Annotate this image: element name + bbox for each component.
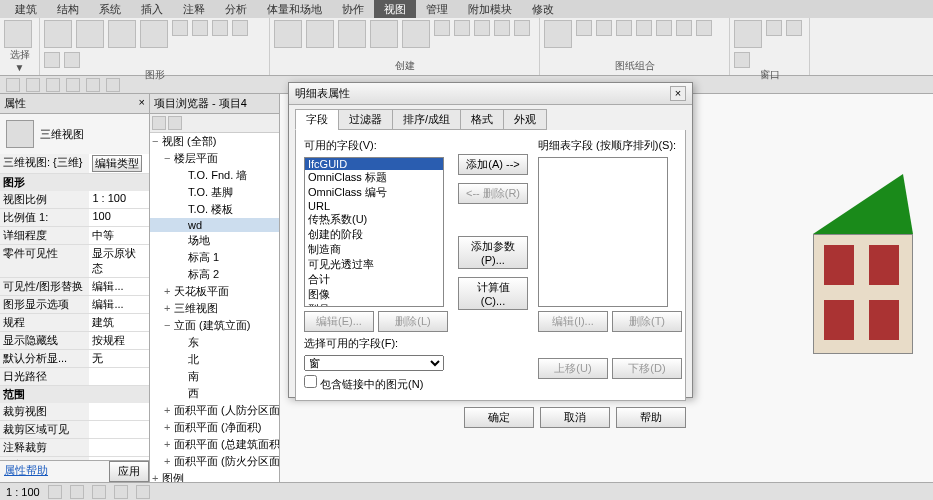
ribbon-tab[interactable]: 管理 [416,0,458,18]
edit2-button[interactable]: 编辑(I)... [538,311,608,332]
ok-button[interactable]: 确定 [464,407,534,428]
view-templates-icon[interactable] [44,20,72,48]
visual-style-icon[interactable] [70,485,84,499]
scheduled-fields-list[interactable] [538,157,668,307]
3dview-icon[interactable] [274,20,302,48]
list-item[interactable]: 型号 [305,302,443,307]
view-ref-icon[interactable] [676,20,692,36]
tree-item[interactable]: 标高 1 [150,249,279,266]
edit-type-button[interactable]: 编辑类型 [92,155,142,172]
property-row[interactable]: 日光路径 [0,368,149,386]
tree-item[interactable]: T.O. Fnd. 墙 [150,167,279,184]
ribbon-tab[interactable]: 建筑 [5,0,47,18]
list-item[interactable]: OmniClass 标题 [305,170,443,185]
dialog-close-button[interactable]: × [670,86,686,101]
elevation-icon[interactable] [402,20,430,48]
property-row[interactable]: 规程建筑 [0,314,149,332]
sheet-icon[interactable] [544,20,572,48]
available-fields-list[interactable]: IfcGUIDOmniClass 标题OmniClass 编号URL传热系数(U… [304,157,444,307]
tree-item[interactable]: T.O. 楼板 [150,201,279,218]
tree-item[interactable]: 标高 2 [150,266,279,283]
list-item[interactable]: IfcGUID [305,158,443,170]
property-row[interactable]: 默认分析显...无 [0,350,149,368]
property-row[interactable]: 视图比例1 : 100 [0,191,149,209]
scale-display[interactable]: 1 : 100 [6,486,40,498]
title-block-icon[interactable] [596,20,612,36]
type-selector[interactable]: 三维视图: {三维} [0,154,89,173]
cut-profile-icon[interactable] [212,20,228,36]
tree-item[interactable]: wd [150,218,279,232]
delete-field-button[interactable]: 删除(L) [378,311,448,332]
matchline-icon[interactable] [656,20,672,36]
properties-grid[interactable]: 图形视图比例1 : 100比例值 1:100详细程度中等零件可见性显示原状态可见… [0,174,149,460]
list-item[interactable]: 图像 [305,287,443,302]
show-hidden-icon[interactable] [172,20,188,36]
qa-icon[interactable] [66,78,80,92]
list-item[interactable]: 创建的阶段 [305,227,443,242]
qa-icon[interactable] [86,78,100,92]
shadows-icon[interactable] [114,485,128,499]
tree-item[interactable]: +三维视图 [150,300,279,317]
group-select[interactable]: 选择 ▼ [4,48,35,73]
browser-tool-icon[interactable] [168,116,182,130]
ribbon-tab[interactable]: 注释 [173,0,215,18]
tree-item[interactable]: +面积平面 (总建筑面积) [150,436,279,453]
qa-icon[interactable] [6,78,20,92]
property-row[interactable]: 详细程度中等 [0,227,149,245]
tree-item[interactable]: 北 [150,351,279,368]
ribbon-tab[interactable]: 协作 [332,0,374,18]
property-row[interactable]: 可见性/图形替换编辑... [0,278,149,296]
tree-item[interactable]: −视图 (全部) [150,133,279,150]
filters-icon[interactable] [108,20,136,48]
tree-item[interactable]: +天花板平面 [150,283,279,300]
callout-icon[interactable] [338,20,366,48]
guide-grid-icon[interactable] [636,20,652,36]
thin-lines-icon[interactable] [140,20,168,48]
ribbon-tab[interactable]: 体量和场地 [257,0,332,18]
list-item[interactable]: 制造商 [305,242,443,257]
crop-icon[interactable] [136,485,150,499]
calc-value-button[interactable]: 计算值(C)... [458,277,528,310]
ribbon-tab[interactable]: 分析 [215,0,257,18]
scope-box-icon[interactable] [514,20,530,36]
tree-item[interactable]: −楼层平面 [150,150,279,167]
visibility-icon[interactable] [76,20,104,48]
tree-item[interactable]: +面积平面 (防火分区面积) [150,453,279,470]
list-item[interactable]: 传热系数(U) [305,212,443,227]
property-row[interactable]: 比例值 1:100 [0,209,149,227]
tree-item[interactable]: T.O. 基脚 [150,184,279,201]
tree-item[interactable]: +图例 [150,470,279,482]
dialog-tab[interactable]: 排序/成组 [392,109,461,130]
ribbon-tab[interactable]: 系统 [89,0,131,18]
tree-item[interactable]: 东 [150,334,279,351]
moveup-button[interactable]: 上移(U) [538,358,608,379]
viewport-icon[interactable] [696,20,712,36]
delete2-button[interactable]: 删除(T) [612,311,682,332]
property-row[interactable]: 图形显示选项编辑... [0,296,149,314]
property-row[interactable]: 裁剪区域可见 [0,421,149,439]
revisions-icon[interactable] [616,20,632,36]
props-help-link[interactable]: 属性帮助 [0,461,52,482]
dialog-tab[interactable]: 外观 [503,109,547,130]
section-icon[interactable] [306,20,334,48]
property-row[interactable]: 注释裁剪 [0,439,149,457]
view-icon[interactable] [576,20,592,36]
modify-icon[interactable] [4,20,32,48]
browser-tool-icon[interactable] [152,116,166,130]
list-item[interactable]: URL [305,200,443,212]
close-hidden-icon[interactable] [766,20,782,36]
help-button[interactable]: 帮助 [616,407,686,428]
qa-icon[interactable] [46,78,60,92]
property-row[interactable]: 显示隐藏线按规程 [0,332,149,350]
switch-window-icon[interactable] [734,20,762,48]
tree-item[interactable]: 西 [150,385,279,402]
cancel-button[interactable]: 取消 [540,407,610,428]
property-row[interactable]: 零件可见性显示原状态 [0,245,149,278]
tile-icon[interactable] [786,20,802,36]
cloud-icon[interactable] [44,52,60,68]
list-item[interactable]: OmniClass 编号 [305,185,443,200]
drafting-icon[interactable] [434,20,450,36]
sun-path-icon[interactable] [92,485,106,499]
property-row[interactable]: 裁剪视图 [0,403,149,421]
apply-button[interactable]: 应用 [109,461,149,482]
